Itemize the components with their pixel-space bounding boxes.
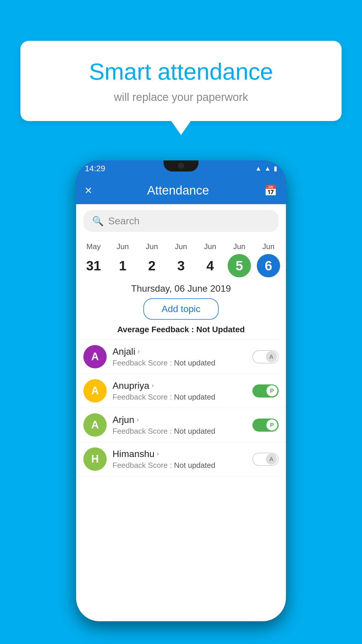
student-info: Himanshu ›Feedback Score : Not updated	[113, 449, 247, 470]
date-number[interactable]: 6	[257, 254, 280, 277]
chevron-icon: ›	[137, 416, 139, 424]
date-number[interactable]: 5	[228, 254, 251, 277]
selected-date-label: Thursday, 06 June 2019	[76, 283, 286, 294]
feedback-value: Not updated	[174, 461, 215, 470]
speech-bubble-subtitle: will replace your paperwork	[35, 91, 327, 104]
date-item[interactable]: Jun3	[168, 242, 194, 277]
date-item[interactable]: Jun4	[197, 242, 223, 277]
date-item[interactable]: Jun1	[110, 242, 136, 277]
student-row[interactable]: AArjun ›Feedback Score : Not updatedP	[76, 408, 286, 442]
avg-feedback-value: Not Updated	[196, 325, 245, 334]
app-bar: × Attendance 📅	[76, 176, 286, 204]
chevron-icon: ›	[138, 348, 140, 355]
status-time: 14:29	[85, 164, 105, 173]
date-number[interactable]: 31	[82, 254, 105, 277]
date-number[interactable]: 3	[169, 254, 193, 277]
student-name[interactable]: Arjun ›	[113, 414, 247, 425]
date-month: Jun	[204, 242, 216, 251]
student-row[interactable]: AAnjali ›Feedback Score : Not updatedA	[76, 340, 286, 374]
search-bar[interactable]: 🔍 Search	[83, 210, 279, 232]
avg-feedback-label: Average Feedback :	[117, 325, 194, 334]
student-name[interactable]: Himanshu ›	[113, 449, 247, 459]
student-row[interactable]: AAnupriya ›Feedback Score : Not updatedP	[76, 374, 286, 408]
status-icons: ▲ ▲ ▮	[255, 165, 277, 172]
student-info: Arjun ›Feedback Score : Not updated	[113, 414, 247, 436]
attendance-toggle[interactable]: A	[252, 453, 279, 466]
front-camera	[178, 163, 184, 169]
attendance-toggle[interactable]: P	[252, 384, 279, 398]
chevron-icon: ›	[157, 450, 159, 458]
date-number[interactable]: 2	[140, 254, 164, 277]
close-button[interactable]: ×	[85, 184, 92, 197]
date-item[interactable]: Jun2	[139, 242, 165, 277]
avatar: H	[83, 447, 107, 471]
avatar: A	[83, 379, 107, 402]
date-item[interactable]: May31	[81, 242, 106, 277]
avatar: A	[83, 345, 107, 368]
date-selector: May31Jun1Jun2Jun3Jun4Jun5Jun6	[76, 238, 286, 277]
date-number[interactable]: 1	[111, 254, 134, 277]
chevron-icon: ›	[152, 382, 154, 389]
date-month: Jun	[146, 242, 158, 251]
speech-bubble-title: Smart attendance	[35, 58, 327, 85]
avg-feedback: Average Feedback : Not Updated	[76, 325, 286, 334]
student-info: Anupriya ›Feedback Score : Not updated	[113, 380, 247, 402]
feedback-score: Feedback Score : Not updated	[113, 427, 247, 436]
wifi-icon: ▲	[255, 165, 261, 172]
feedback-score: Feedback Score : Not updated	[113, 358, 247, 368]
student-name[interactable]: Anupriya ›	[113, 380, 247, 391]
students-list: AAnjali ›Feedback Score : Not updatedAAA…	[76, 340, 286, 476]
student-info: Anjali ›Feedback Score : Not updated	[113, 346, 247, 368]
date-month: Jun	[262, 242, 275, 251]
toggle-knob: A	[266, 351, 277, 362]
signal-icon: ▲	[264, 165, 271, 172]
feedback-score: Feedback Score : Not updated	[113, 461, 247, 470]
feedback-value: Not updated	[174, 358, 215, 367]
student-name[interactable]: Anjali ›	[113, 346, 247, 357]
battery-icon: ▮	[274, 165, 277, 172]
feedback-value: Not updated	[174, 427, 215, 435]
attendance-toggle[interactable]: A	[252, 350, 279, 363]
avatar: A	[83, 413, 107, 437]
date-month: May	[86, 242, 101, 251]
student-row[interactable]: HHimanshu ›Feedback Score : Not updatedA	[76, 442, 286, 476]
date-month: Jun	[233, 242, 245, 251]
calendar-icon[interactable]: 📅	[264, 184, 277, 197]
date-number[interactable]: 4	[198, 254, 222, 277]
date-month: Jun	[175, 242, 187, 251]
phone-screen: 🔍 Search May31Jun1Jun2Jun3Jun4Jun5Jun6 T…	[76, 204, 286, 621]
phone-mockup: 14:29 ▲ ▲ ▮ × Attendance 📅 🔍 Search May3…	[76, 160, 286, 621]
date-item[interactable]: Jun5	[226, 242, 252, 277]
search-icon: 🔍	[92, 216, 104, 227]
toggle-knob: P	[266, 419, 277, 430]
add-topic-button[interactable]: Add topic	[143, 298, 218, 320]
feedback-score: Feedback Score : Not updated	[113, 393, 247, 402]
toggle-knob: A	[266, 454, 277, 465]
app-title: Attendance	[98, 183, 258, 197]
date-month: Jun	[117, 242, 129, 251]
speech-bubble: Smart attendance will replace your paper…	[20, 41, 342, 121]
phone-notch	[164, 160, 198, 172]
search-input[interactable]: Search	[108, 215, 140, 227]
toggle-knob: P	[266, 385, 277, 396]
date-item[interactable]: Jun6	[256, 242, 281, 277]
attendance-toggle[interactable]: P	[252, 419, 279, 432]
feedback-value: Not updated	[174, 393, 215, 401]
